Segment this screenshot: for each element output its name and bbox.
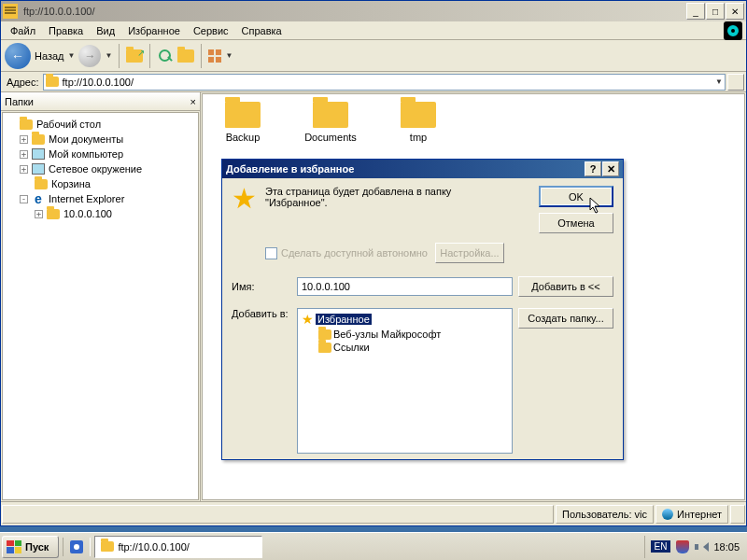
folder-icon — [318, 329, 331, 340]
ql-save-icon[interactable] — [67, 538, 86, 556]
computer-icon — [31, 147, 46, 161]
tree-node[interactable]: +Мои документы — [5, 132, 196, 147]
file-item[interactable]: Backup — [210, 102, 275, 143]
tree-node[interactable]: +10.0.0.100 — [5, 206, 196, 221]
favorites-tree[interactable]: ★ИзбранноеВеб-узлы МайкрософтСсылки — [297, 308, 513, 454]
address-value: ftp://10.0.0.100/ — [63, 77, 134, 88]
tree-label: Корзина — [51, 178, 91, 189]
taskbar: Пуск ftp://10.0.0.100/ EN 18:05 — [0, 532, 747, 560]
title-text: ftp://10.0.0.100/ — [21, 6, 686, 17]
status-user: Пользователь: vic — [556, 505, 654, 524]
tree-label: Мой компьютер — [49, 148, 123, 160]
throbber-icon — [724, 21, 742, 40]
menu-edit[interactable]: Правка — [43, 23, 89, 38]
tree-item-label: Ссылки — [333, 342, 370, 353]
start-label: Пуск — [25, 541, 49, 553]
tree-node[interactable]: Рабочий стол — [5, 117, 196, 132]
add-to-button[interactable]: Добавить в << — [518, 276, 613, 297]
task-icon — [101, 541, 114, 552]
computer-icon — [31, 162, 46, 175]
address-input[interactable]: ftp://10.0.0.100/ ▼ — [43, 74, 726, 91]
views-dropdown[interactable]: ▼ — [225, 51, 233, 60]
volume-icon[interactable] — [695, 541, 708, 553]
close-button[interactable]: ✕ — [726, 3, 744, 20]
folder-icon — [46, 207, 61, 220]
forward-dropdown[interactable]: ▼ — [105, 51, 112, 60]
tray-shield-icon[interactable] — [676, 540, 689, 553]
tree-item-label: Веб-узлы Майкрософт — [333, 329, 441, 340]
go-button[interactable] — [727, 74, 744, 91]
name-input[interactable] — [297, 277, 513, 296]
back-label: Назад — [35, 50, 64, 62]
favorites-icon: ★ — [302, 312, 314, 327]
tree-node[interactable]: +Сетевое окружение — [5, 161, 196, 176]
address-dropdown[interactable]: ▼ — [715, 77, 723, 86]
up-folder-icon[interactable]: ↗ — [126, 49, 143, 63]
clock[interactable]: 18:05 — [713, 541, 740, 553]
file-name: Documents — [304, 132, 357, 143]
separator — [201, 44, 202, 68]
tree-label: 10.0.0.100 — [63, 208, 112, 219]
language-indicator[interactable]: EN — [651, 540, 671, 553]
statusbar: Пользователь: vic Интернет — [1, 501, 746, 525]
back-button[interactable]: ← — [5, 43, 31, 69]
tree-label: Internet Explorer — [49, 193, 124, 204]
menu-favorites[interactable]: Избранное — [122, 23, 186, 38]
globe-icon — [662, 509, 673, 520]
tree-label: Мои документы — [49, 133, 123, 145]
favorites-tree-item[interactable]: Веб-узлы Майкрософт — [300, 328, 510, 341]
ok-button[interactable]: OK — [539, 186, 613, 207]
windows-logo-icon — [7, 540, 21, 553]
folder-tree[interactable]: Рабочий стол+Мои документы+Мой компьютер… — [2, 112, 199, 500]
dialog-help-button[interactable]: ? — [585, 161, 601, 176]
dialog-description: Эта страница будет добавлена в папку "Из… — [265, 186, 531, 208]
minimize-button[interactable]: _ — [686, 3, 705, 20]
add-favorite-dialog: Добавление в избранное ? ✕ ★ Эта страниц… — [221, 159, 624, 460]
views-icon[interactable] — [208, 49, 221, 63]
tree-node[interactable]: -eInternet Explorer — [5, 191, 196, 206]
status-zone: Интернет — [655, 505, 728, 524]
file-name: Backup — [226, 132, 261, 143]
dialog-titlebar[interactable]: Добавление в избранное ? ✕ — [222, 160, 623, 178]
menu-view[interactable]: Вид — [91, 23, 120, 38]
status-pane-main — [2, 505, 554, 524]
folder-icon — [19, 118, 34, 131]
taskbar-task[interactable]: ftp://10.0.0.100/ — [94, 536, 262, 558]
offline-checkbox[interactable] — [265, 247, 277, 259]
new-folder-button[interactable]: Создать папку... — [518, 308, 613, 329]
sidebar-close-icon[interactable]: × — [190, 96, 196, 107]
offline-label: Сделать доступной автономно — [281, 247, 428, 259]
menu-tools[interactable]: Сервис — [188, 23, 234, 38]
address-label: Адрес: — [3, 77, 43, 88]
menu-help[interactable]: Справка — [236, 23, 288, 38]
sidebar-header: Папки × — [1, 92, 200, 111]
menu-file[interactable]: Файл — [5, 23, 41, 38]
back-dropdown[interactable]: ▼ — [68, 51, 76, 60]
favorites-tree-item[interactable]: Ссылки — [300, 341, 510, 354]
folder-icon — [401, 102, 436, 128]
maximize-button[interactable]: □ — [706, 3, 725, 20]
status-zone-text: Интернет — [677, 509, 722, 520]
favorites-tree-item[interactable]: ★Избранное — [300, 311, 510, 328]
task-label: ftp://10.0.0.100/ — [118, 541, 189, 553]
tree-label: Сетевое окружение — [49, 163, 142, 175]
system-tray: EN 18:05 — [644, 536, 745, 558]
tree-node[interactable]: +Мой компьютер — [5, 147, 196, 161]
name-label: Имя: — [232, 281, 291, 292]
folders-icon[interactable] — [177, 49, 194, 63]
dialog-title: Добавление в избранное — [226, 163, 354, 175]
folder-icon — [31, 133, 46, 146]
forward-button[interactable]: → — [78, 45, 101, 67]
dialog-close-button[interactable]: ✕ — [602, 161, 619, 176]
separator — [149, 44, 150, 68]
file-item[interactable]: Documents — [298, 102, 363, 143]
titlebar[interactable]: ftp://10.0.0.100/ _ □ ✕ — [1, 1, 746, 21]
start-button[interactable]: Пуск — [2, 536, 59, 558]
folder-icon — [225, 102, 261, 128]
separator — [119, 44, 120, 68]
tree-node[interactable]: Корзина — [5, 176, 196, 191]
search-icon[interactable] — [157, 48, 174, 64]
file-item[interactable]: tmp — [386, 102, 451, 143]
cancel-button[interactable]: Отмена — [539, 213, 613, 233]
sidebar-title: Папки — [5, 96, 34, 107]
